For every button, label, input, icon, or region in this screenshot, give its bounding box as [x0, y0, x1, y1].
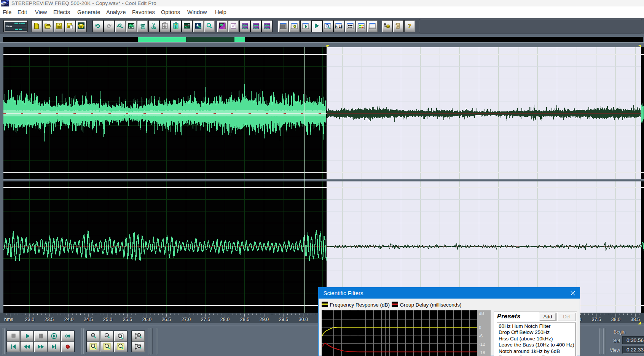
svg-text:0:15: 0:15	[335, 25, 343, 29]
svg-text:?: ?	[408, 22, 411, 30]
